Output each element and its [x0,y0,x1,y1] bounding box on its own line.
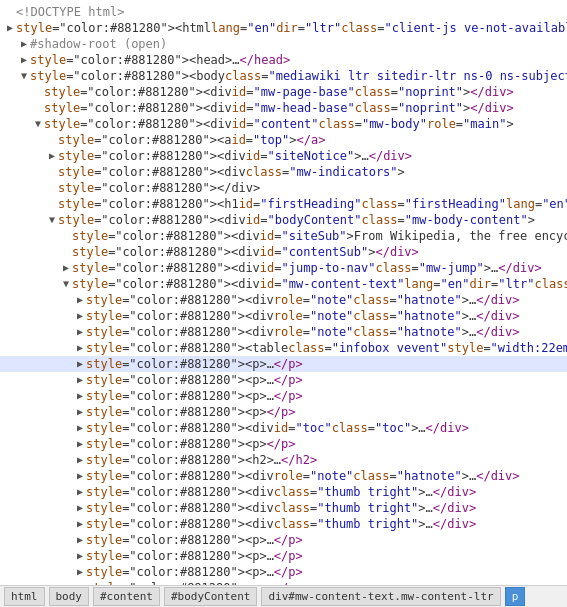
tree-toggle[interactable]: ▶ [74,324,86,340]
tree-node-content: style="color:#881280"><div [86,420,274,436]
tree-node-content: style="color:#881280"><div [72,276,260,292]
tree-node-content: style="color:#881280"><p [86,388,259,404]
tree-line[interactable]: ▶style="color:#881280"><div id="siteNoti… [0,148,567,164]
tree-toggle[interactable]: ▶ [74,356,86,372]
tree-toggle[interactable]: ▶ [74,372,86,388]
tree-toggle[interactable]: ▶ [74,308,86,324]
tree-line[interactable]: ▶style="color:#881280"><div class="thumb… [0,500,567,516]
tree-line[interactable]: ▶style="color:#881280"><h2>…</h2> [0,452,567,468]
tree-node-content: style="color:#881280"><p [86,580,259,585]
tree-line[interactable]: ▶style="color:#881280"><div id="toc" cla… [0,420,567,436]
tree-node-content: style="color:#881280"><table [86,340,288,356]
tree-node-content: style="color:#881280"><div [86,516,274,532]
tree-toggle[interactable]: ▶ [74,388,86,404]
tree-toggle[interactable]: ▶ [74,516,86,532]
tree-node-content: style="color:#881280"><p [86,436,259,452]
tree-line[interactable]: ▶#shadow-root (open) [0,36,567,52]
tree-node-content: style="color:#881280"><div [86,324,274,340]
status-bar-item[interactable]: p [505,587,526,606]
tree-toggle[interactable]: ▶ [74,452,86,468]
tree-line[interactable]: ▶style="color:#881280"><p></p> [0,404,567,420]
status-bar-item[interactable]: div#mw-content-text.mw-content-ltr [261,587,500,606]
tree-toggle[interactable]: ▶ [74,436,86,452]
tree-toggle[interactable]: ▶ [74,292,86,308]
tree-toggle[interactable]: ▶ [46,148,58,164]
status-bar-item[interactable]: html [4,587,45,606]
dom-tree-panel[interactable]: <!DOCTYPE html>▶style="color:#881280"><h… [0,0,567,585]
tree-node-content: style="color:#881280"><div [44,100,232,116]
tree-line[interactable]: style="color:#881280"><h1 id="firstHeadi… [0,196,567,212]
tree-node-content: style="color:#881280"><div [86,468,274,484]
tree-node-content: style="color:#881280"><p [86,564,259,580]
tree-toggle[interactable]: ▶ [74,500,86,516]
tree-line[interactable]: ▶style="color:#881280"><p>…</p> [0,356,567,372]
tree-node-content: style="color:#881280"><p [86,404,259,420]
tree-line[interactable]: ▶style="color:#881280"><p>…</p> [0,388,567,404]
tree-node-content: style="color:#881280"><head [30,52,225,68]
tree-toggle[interactable]: ▶ [74,580,86,585]
tree-toggle[interactable]: ▶ [74,564,86,580]
tree-node-content: style="color:#881280"><div [72,244,260,260]
tree-line[interactable]: ▶style="color:#881280"><div class="thumb… [0,516,567,532]
tree-toggle[interactable]: ▶ [74,484,86,500]
status-bar: htmlbody#content#bodyContentdiv#mw-conte… [0,585,567,607]
tree-line[interactable]: ▶style="color:#881280"><div role="note" … [0,468,567,484]
tree-line[interactable]: style="color:#881280"><div id="mw-page-b… [0,84,567,100]
tree-line[interactable]: <!DOCTYPE html> [0,4,567,20]
tree-node-content: style="color:#881280"><p [86,532,259,548]
tree-line[interactable]: ▼style="color:#881280"><div id="content"… [0,116,567,132]
tree-line[interactable]: ▶style="color:#881280"><p>…</p> [0,372,567,388]
tree-line[interactable]: ▶style="color:#881280"><p>…</p> [0,564,567,580]
tree-toggle[interactable]: ▶ [4,20,16,36]
tree-line[interactable]: ▶style="color:#881280"><html lang="en" d… [0,20,567,36]
tree-line[interactable]: ▶style="color:#881280"><div role="note" … [0,308,567,324]
tree-node-content: style="color:#881280"><div [44,84,232,100]
tree-line[interactable]: ▶style="color:#881280"><div role="note" … [0,292,567,308]
status-bar-item[interactable]: #bodyContent [164,587,257,606]
tree-node-content: style="color:#881280"><div [86,484,274,500]
status-bar-item[interactable]: #content [93,587,160,606]
tree-node-content: style="color:#881280"><div [86,308,274,324]
tree-node-content: style="color:#881280"><h2 [86,452,267,468]
tree-line[interactable]: ▶style="color:#881280"><div id="jump-to-… [0,260,567,276]
tree-content: <!DOCTYPE html>▶style="color:#881280"><h… [0,0,567,585]
tree-toggle[interactable]: ▼ [32,116,44,132]
tree-toggle[interactable]: ▶ [74,340,86,356]
tree-line[interactable]: style="color:#881280"><a id="top"></a> [0,132,567,148]
tree-node-content: style="color:#881280"><body [30,68,225,84]
tree-node-content: style="color:#881280"><div [72,260,260,276]
tree-toggle[interactable]: ▶ [18,52,30,68]
tree-line[interactable]: style="color:#881280"><div class="mw-ind… [0,164,567,180]
tree-line[interactable]: ▶style="color:#881280"><p></p> [0,436,567,452]
tree-toggle[interactable]: ▶ [74,548,86,564]
tree-line[interactable]: style="color:#881280"><div id="mw-head-b… [0,100,567,116]
tree-line[interactable]: style="color:#881280"><div id="siteSub">… [0,228,567,244]
tree-line[interactable]: ▼style="color:#881280"><body class="medi… [0,68,567,84]
tree-node-content: #shadow-root (open) [30,36,167,52]
tree-line[interactable]: style="color:#881280"><div id="contentSu… [0,244,567,260]
tree-toggle[interactable]: ▶ [74,532,86,548]
tree-node-content: style="color:#881280"><h1 [58,196,239,212]
tree-line[interactable]: ▶style="color:#881280"><div class="thumb… [0,484,567,500]
tree-toggle[interactable]: ▶ [74,404,86,420]
tree-toggle[interactable]: ▶ [18,36,30,52]
tree-toggle[interactable]: ▶ [74,420,86,436]
tree-line[interactable]: ▶style="color:#881280"><p>…</p> [0,548,567,564]
tree-toggle[interactable]: ▼ [46,212,58,228]
tree-toggle[interactable]: ▶ [74,468,86,484]
tree-line[interactable]: style="color:#881280"></div> [0,180,567,196]
tree-line[interactable]: ▶style="color:#881280"><head>…</head> [0,52,567,68]
tree-node-content: style="color:#881280"><div [58,148,246,164]
tree-toggle[interactable]: ▼ [18,68,30,84]
tree-line[interactable]: ▶style="color:#881280"><p>…</p> [0,532,567,548]
tree-line[interactable]: ▼style="color:#881280"><div id="mw-conte… [0,276,567,292]
tree-toggle[interactable]: ▶ [60,260,72,276]
tree-line[interactable]: ▶style="color:#881280"><p>…</p> [0,580,567,585]
tree-line[interactable]: ▼style="color:#881280"><div id="bodyCont… [0,212,567,228]
tree-toggle[interactable]: ▼ [60,276,72,292]
tree-line[interactable]: ▶style="color:#881280"><table class="inf… [0,340,567,356]
tree-node-content: style="color:#881280"><div [86,500,274,516]
tree-node-content: style="color:#881280"><p [86,356,259,372]
status-bar-item[interactable]: body [49,587,90,606]
tree-line[interactable]: ▶style="color:#881280"><div role="note" … [0,324,567,340]
